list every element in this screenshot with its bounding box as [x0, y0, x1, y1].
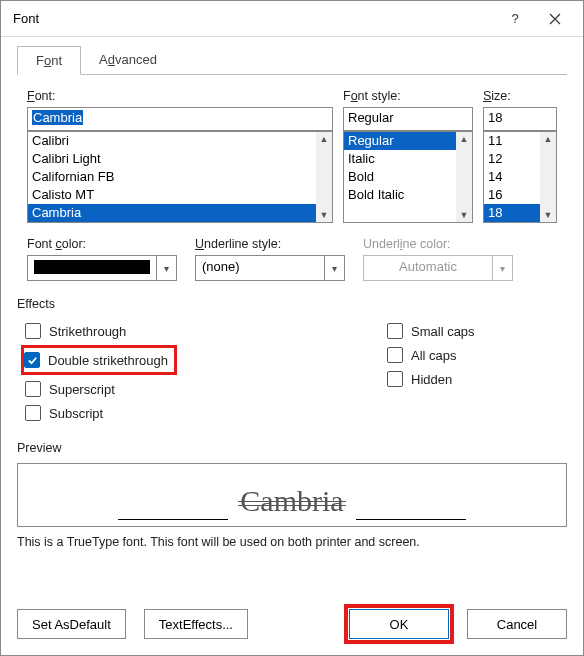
- chevron-down-icon: ▾: [493, 255, 513, 281]
- size-label: Size:: [483, 89, 557, 103]
- underline-color-dropdown: Automatic ▾: [363, 255, 513, 281]
- list-item[interactable]: Californian FB: [28, 168, 316, 186]
- titlebar: Font ?: [1, 1, 583, 37]
- font-style-input[interactable]: Regular: [343, 107, 473, 131]
- ok-button[interactable]: OK: [349, 609, 449, 639]
- list-item[interactable]: Bold Italic: [344, 186, 456, 204]
- list-item[interactable]: Calibri: [28, 132, 316, 150]
- underline-style-label: Underline style:: [195, 237, 345, 251]
- checkbox-box: [25, 405, 41, 421]
- window-title: Font: [13, 11, 495, 26]
- font-color-dropdown[interactable]: ▾: [27, 255, 177, 281]
- cancel-button[interactable]: Cancel: [467, 609, 567, 639]
- checkbox-label: Small caps: [411, 324, 475, 339]
- highlight-annotation: Double strikethrough: [21, 345, 177, 375]
- scrollbar[interactable]: ▲▼: [540, 132, 556, 222]
- chevron-down-icon: ▾: [325, 255, 345, 281]
- checkbox-label: Subscript: [49, 406, 103, 421]
- checkbox-subscript[interactable]: Subscript: [25, 401, 387, 425]
- list-item[interactable]: 14: [484, 168, 540, 186]
- list-item[interactable]: 11: [484, 132, 540, 150]
- checkbox-box: [387, 371, 403, 387]
- font-color-label: Font color:: [27, 237, 177, 251]
- checkbox-label: Strikethrough: [49, 324, 126, 339]
- list-item[interactable]: Bold: [344, 168, 456, 186]
- checkbox-box: [25, 323, 41, 339]
- font-style-listbox[interactable]: RegularItalicBoldBold Italic ▲▼: [343, 131, 473, 223]
- list-item[interactable]: 12: [484, 150, 540, 168]
- scrollbar[interactable]: ▲▼: [456, 132, 472, 222]
- underline-color-label: Underline color:: [363, 237, 513, 251]
- underline-style-dropdown[interactable]: (none) ▾: [195, 255, 345, 281]
- preview-sample: Cambria: [238, 484, 345, 520]
- list-item[interactable]: 16: [484, 186, 540, 204]
- checkbox-box: [387, 323, 403, 339]
- list-item[interactable]: Regular: [344, 132, 456, 150]
- checkbox-small-caps[interactable]: Small caps: [387, 319, 567, 343]
- tab-font[interactable]: Font: [17, 46, 81, 75]
- preview-hint: This is a TrueType font. This font will …: [17, 535, 567, 549]
- font-dialog: Font ? Font Advanced Font: Cambria Calib…: [0, 0, 584, 656]
- checkbox-label: Hidden: [411, 372, 452, 387]
- scrollbar[interactable]: ▲▼: [316, 132, 332, 222]
- checkbox-hidden[interactable]: Hidden: [387, 367, 567, 391]
- text-effects-button[interactable]: Text Effects...: [144, 609, 248, 639]
- preview-box: Cambria: [17, 463, 567, 527]
- checkbox-strikethrough[interactable]: Strikethrough: [25, 319, 387, 343]
- font-color-swatch: [34, 260, 150, 274]
- size-listbox[interactable]: 1112141618 ▲▼: [483, 131, 557, 223]
- checkbox-double-strikethrough[interactable]: Double strikethrough: [24, 348, 168, 372]
- list-item[interactable]: Italic: [344, 150, 456, 168]
- help-button[interactable]: ?: [495, 3, 535, 35]
- effects-title: Effects: [17, 297, 567, 311]
- preview-rule: [118, 519, 228, 520]
- font-input[interactable]: Cambria: [27, 107, 333, 131]
- font-listbox[interactable]: CalibriCalibri LightCalifornian FBCalist…: [27, 131, 333, 223]
- preview-rule: [356, 519, 466, 520]
- list-item[interactable]: 18: [484, 204, 540, 222]
- list-item[interactable]: Calibri Light: [28, 150, 316, 168]
- set-as-default-button[interactable]: Set As Default: [17, 609, 126, 639]
- checkbox-label: Double strikethrough: [48, 353, 168, 368]
- checkbox-box: [387, 347, 403, 363]
- checkbox-label: Superscript: [49, 382, 115, 397]
- checkbox-all-caps[interactable]: All caps: [387, 343, 567, 367]
- tab-strip: Font Advanced: [17, 45, 567, 75]
- list-item[interactable]: Cambria: [28, 204, 316, 222]
- chevron-down-icon: ▾: [157, 255, 177, 281]
- checkbox-box: [25, 381, 41, 397]
- font-label: Font:: [27, 89, 333, 103]
- dialog-footer: Set As Default Text Effects... OK Cancel: [1, 593, 583, 655]
- font-style-label: Font style:: [343, 89, 473, 103]
- close-button[interactable]: [535, 3, 575, 35]
- tab-advanced[interactable]: Advanced: [81, 46, 175, 75]
- checkbox-label: All caps: [411, 348, 457, 363]
- list-item[interactable]: Calisto MT: [28, 186, 316, 204]
- checkbox-superscript[interactable]: Superscript: [25, 377, 387, 401]
- checkbox-box: [24, 352, 40, 368]
- preview-title: Preview: [17, 441, 567, 455]
- size-input[interactable]: 18: [483, 107, 557, 131]
